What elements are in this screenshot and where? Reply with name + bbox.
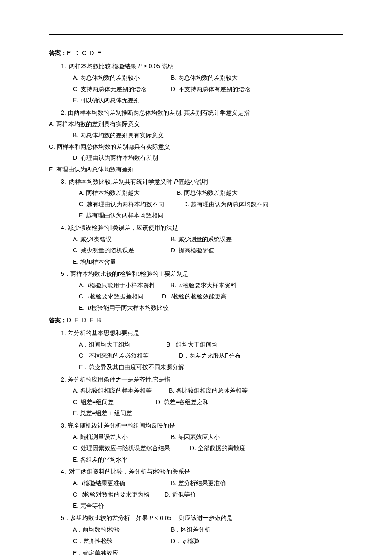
s2-q3-b: B. 某因素效应大小 <box>171 431 220 443</box>
s2-q5-b: B．区组差分析 <box>171 524 210 535</box>
s2-q3-a: A. 随机测量误差大小 <box>73 431 171 443</box>
s2-q4-stem: 4. 对于两组资料的比较，差分析与t检验的关系是 <box>55 466 343 477</box>
s1-q3-c: C. 越有理由认为两样本均数不同 <box>79 199 183 210</box>
s1-q1-b: B. 两总体均数的差别较大 <box>171 72 238 84</box>
s1-q5-stem: 5．两样本均数比较的t检验和u检验的主要差别是 <box>55 268 343 280</box>
s2-q1-stem: 1. 差分析的基本思想和要点是 <box>55 327 343 339</box>
s1-q4-a: A. 减少I类错误 <box>73 234 171 245</box>
s2-q3-d: D. 全部数据的离散度 <box>190 442 245 454</box>
s2-q1-c: C．不同来源的差必须相等 <box>79 350 179 361</box>
s1-q2-a: A. 两样本均数的差别具有实际意义 <box>49 119 343 130</box>
s1-q1: 1. 两样本均数比较,检验结果 P > 0.05 说明 A. 两总体均数的差别较… <box>49 61 343 106</box>
s2-q5-stem: 5．多组均数比较的差分析，如果 P < 0.05 ，则应该进一步做的是 <box>55 512 343 524</box>
s1-q5-c: C. t检验要求数据差相同 <box>79 291 162 302</box>
s2-q5: 5．多组均数比较的差分析，如果 P < 0.05 ，则应该进一步做的是 A．两均… <box>49 512 343 555</box>
answer-value-2: D E D E B <box>67 317 102 324</box>
s1-q4-b: B. 减少测量的系统误差 <box>171 234 232 245</box>
s2-q2-b: B. 各比较组相应的总体差相等 <box>169 385 248 396</box>
answer-label-1: 答案： <box>49 49 67 56</box>
s2-q5-a: A．两均数的t检验 <box>73 524 171 535</box>
s1-q5-e: E. u检验能用于两大样本均数比较 <box>49 302 343 314</box>
s1-q5-d: D. t检验的检验效能更高 <box>162 291 227 302</box>
s1-q5-b: B. u检验要求大样本资料 <box>170 280 236 291</box>
s2-q1-b: B．组均大于组间均 <box>166 339 218 350</box>
s2-q2-stem: 2. 差分析的应用条件之一是差齐性,它是指 <box>55 374 343 385</box>
s1-q3-d: D. 越有理由认为两总体均数不同 <box>183 199 268 210</box>
s1-q1-e: E. 可以确认两总体无差别 <box>49 95 343 106</box>
s2-q2-c: C. 组差=组间差 <box>73 396 156 408</box>
s1-q2-e: E. 有理由认为两总体均数有差别 <box>49 164 343 175</box>
s2-q4-c: C. t检验对数据的要求更为格 <box>73 489 164 500</box>
s2-q1: 1. 差分析的基本思想和要点是 A．组间均大于组均 B．组均大于组间均 C．不同… <box>49 327 343 373</box>
s2-q2-a: A. 各比较组相应的样本差相等 <box>73 385 169 396</box>
answer-value-1: E D C D E <box>67 49 102 56</box>
s2-q5-e: E．确定单独效应 <box>49 547 343 555</box>
s1-q3-b: B. 两总体均数差别越大 <box>177 187 238 199</box>
s1-q1-c: C. 支持两总体无差别的结论 <box>73 84 171 95</box>
s1-q1-a: A. 两总体均数的差别较小 <box>73 72 171 84</box>
s1-q4-c: C. 减少测量的随机误差 <box>73 245 171 256</box>
s2-q2-e: E. 总差=组差 + 组间差 <box>49 408 343 419</box>
s1-q2-stem: 2. 由两样本均数的差别推断两总体均数的差别, 其差别有统计学意义是指 <box>55 107 343 119</box>
s2-q3-c: C. 处理因素效应与随机误差综合结果 <box>73 442 190 454</box>
s1-q2: 2. 由两样本均数的差别推断两总体均数的差别, 其差别有统计学意义是指 A. 两… <box>49 107 343 175</box>
s1-q5-a: A. t检验只能用于小样本资料 <box>79 280 170 291</box>
s2-q4-e: E. 完全等价 <box>49 500 343 512</box>
s1-q4-e: E. 增加样本含量 <box>49 256 343 268</box>
s2-q5-d: D． q 检验 <box>171 535 199 547</box>
s2-q2-d: D. 总差=各组差之和 <box>156 396 209 408</box>
s1-q4-d: D. 提高检验界值 <box>171 245 214 256</box>
s1-q1-d: D. 不支持两总体有差别的结论 <box>171 84 250 95</box>
s2-q4-d: D. 近似等价 <box>164 489 196 500</box>
answer-block-1: 答案：E D C D E <box>49 47 343 59</box>
s1-q4: 4. 减少假设检验的II类误差，应该使用的法是 A. 减少I类错误 B. 减少测… <box>49 222 343 267</box>
s1-q4-stem: 4. 减少假设检验的II类误差，应该使用的法是 <box>55 222 343 234</box>
s1-q3-stem: 3. 两样本均数比较,差别具有统计学意义时,P值越小说明 <box>55 176 343 188</box>
s1-q3-a: A. 两样本均数差别越大 <box>79 187 177 199</box>
s1-q3: 3. 两样本均数比较,差别具有统计学意义时,P值越小说明 A. 两样本均数差别越… <box>49 176 343 221</box>
s2-q5-c: C．差齐性检验 <box>73 535 171 547</box>
s1-q3-e: E. 越有理由认为两样本均数相同 <box>49 210 343 221</box>
answer-block-2: 答案：D E D E B <box>49 315 343 326</box>
s1-q2-c: C. 两样本和两总体均数的差别都具有实际意义 <box>49 141 343 153</box>
s2-q3: 3. 完全随机设计差分析中的组间均反映的是 A. 随机测量误差大小 B. 某因素… <box>49 420 343 465</box>
s1-q5: 5．两样本均数比较的t检验和u检验的主要差别是 A. t检验只能用于小样本资料 … <box>49 268 343 313</box>
s2-q3-stem: 3. 完全随机设计差分析中的组间均反映的是 <box>55 420 343 431</box>
s2-q1-d: D．两差之比服从F分布 <box>179 350 241 361</box>
s2-q4: 4. 对于两组资料的比较，差分析与t检验的关系是 A. t检验结果更准确 B. … <box>49 466 343 511</box>
s2-q1-a: A．组间均大于组均 <box>79 339 166 350</box>
s2-q4-a: A. t检验结果更准确 <box>73 477 171 489</box>
s2-q4-b: B. 差分析结果更准确 <box>171 477 226 489</box>
s1-q2-b: B. 两总体均数的差别具有实际意义 <box>49 130 343 141</box>
s1-q2-d: D. 有理由认为两样本均数有差别 <box>49 152 343 164</box>
answer-label-2: 答案： <box>49 317 67 324</box>
s2-q1-e: E．总变异及其自由度可按不同来源分解 <box>49 361 343 373</box>
s2-q2: 2. 差分析的应用条件之一是差齐性,它是指 A. 各比较组相应的样本差相等 B.… <box>49 374 343 419</box>
top-rule <box>49 34 343 35</box>
s1-q1-stem: 1. 两样本均数比较,检验结果 P > 0.05 说明 <box>55 61 343 72</box>
s2-q3-e: E. 各组差的平均水平 <box>49 454 343 465</box>
